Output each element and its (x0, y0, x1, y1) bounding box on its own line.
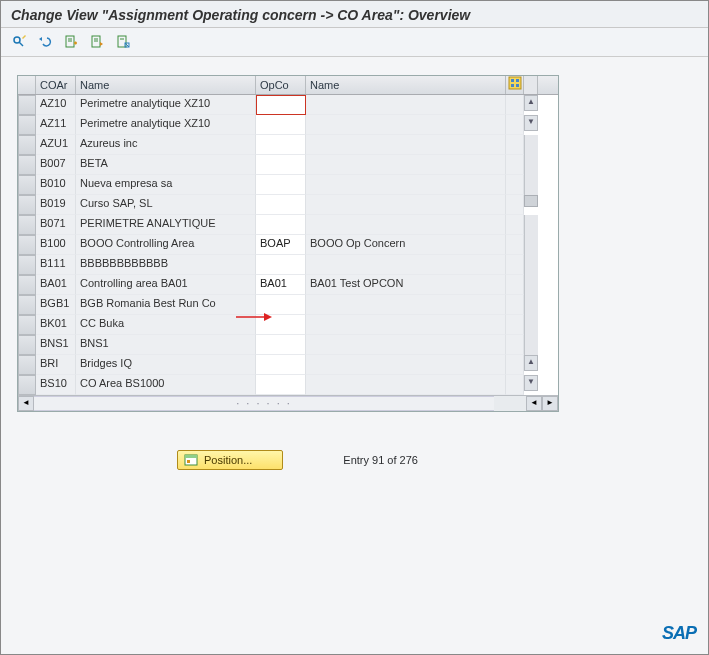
row-selector[interactable] (18, 315, 36, 335)
col-opco[interactable]: OpCo (256, 76, 306, 94)
table-header: COAr Name OpCo Name (18, 76, 558, 95)
toolbar (1, 28, 708, 57)
cell-spacer (506, 295, 524, 315)
cell-opname (306, 335, 506, 355)
cell-opname (306, 215, 506, 235)
scroll-step-up-icon[interactable]: ▲ (524, 355, 538, 371)
table-row: B111BBBBBBBBBBBB (18, 255, 558, 275)
table-settings-icon[interactable] (506, 76, 524, 94)
horizontal-scrollbar[interactable]: ◄ · · · · · · ◄ ► (18, 395, 558, 411)
new-entries-icon[interactable] (61, 32, 81, 52)
scrollbar-cell[interactable] (524, 155, 538, 175)
cell-opco[interactable] (256, 255, 306, 275)
cell-opco[interactable] (256, 175, 306, 195)
col-name[interactable]: Name (76, 76, 256, 94)
row-selector[interactable] (18, 215, 36, 235)
scrollbar-cell[interactable] (524, 175, 538, 195)
cell-opco[interactable] (256, 135, 306, 155)
row-selector[interactable] (18, 235, 36, 255)
cell-name: Azureus inc (76, 135, 256, 155)
scrollbar-cell[interactable] (524, 315, 538, 335)
cell-spacer (506, 255, 524, 275)
scroll-thumb[interactable] (524, 195, 538, 207)
cell-opname (306, 355, 506, 375)
table-row: B100BOOO Controlling AreaBOAPBOOO Op Con… (18, 235, 558, 255)
svg-line-1 (19, 42, 23, 46)
row-selector[interactable] (18, 335, 36, 355)
svg-rect-20 (187, 460, 190, 463)
cell-coar: AZU1 (36, 135, 76, 155)
cell-opco[interactable] (256, 195, 306, 215)
table-row: B010Nueva empresa sa (18, 175, 558, 195)
display-change-icon[interactable] (9, 32, 29, 52)
cell-spacer (506, 95, 524, 115)
row-selector[interactable] (18, 135, 36, 155)
cell-spacer (506, 135, 524, 155)
cell-opco[interactable] (256, 115, 306, 135)
row-selector[interactable] (18, 95, 36, 115)
cell-opco[interactable]: BA01 (256, 275, 306, 295)
cell-opco[interactable] (256, 335, 306, 355)
sap-logo: SAP (662, 623, 696, 644)
cell-opname (306, 195, 506, 215)
cell-spacer (506, 215, 524, 235)
footer: Position... Entry 91 of 276 (177, 450, 692, 470)
table-row: AZU1Azureus inc (18, 135, 558, 155)
col-opname[interactable]: Name (306, 76, 506, 94)
undo-icon[interactable] (35, 32, 55, 52)
row-selector[interactable] (18, 255, 36, 275)
row-selector[interactable] (18, 375, 36, 395)
table-row: B071PERIMETRE ANALYTIQUE (18, 215, 558, 235)
scroll-right-end-icon[interactable]: ► (542, 396, 558, 411)
delete-icon[interactable] (113, 32, 133, 52)
row-selector[interactable] (18, 195, 36, 215)
cell-coar: BGB1 (36, 295, 76, 315)
scrollbar-cell[interactable] (524, 255, 538, 275)
scrollbar-header (524, 76, 538, 94)
table-row: BGB1BGB Romania Best Run Co (18, 295, 558, 315)
cell-name: Nueva empresa sa (76, 175, 256, 195)
scroll-right-icon[interactable]: ◄ (526, 396, 542, 411)
cell-opco[interactable] (256, 295, 306, 315)
copy-icon[interactable] (87, 32, 107, 52)
scrollbar-cell[interactable] (524, 215, 538, 235)
scroll-left-icon[interactable]: ◄ (18, 396, 34, 411)
svg-rect-14 (516, 79, 519, 82)
cell-name: BOOO Controlling Area (76, 235, 256, 255)
scrollbar-cell[interactable] (524, 235, 538, 255)
cell-opname (306, 155, 506, 175)
cell-spacer (506, 375, 524, 395)
cell-opco[interactable] (256, 95, 306, 115)
row-selector[interactable] (18, 275, 36, 295)
scroll-down-icon[interactable]: ▼ (524, 375, 538, 391)
scroll-track[interactable]: · · · · · · (34, 396, 494, 411)
scroll-up-icon[interactable]: ▲ (524, 95, 538, 111)
cell-coar: BK01 (36, 315, 76, 335)
cell-opco[interactable] (256, 375, 306, 395)
cell-spacer (506, 155, 524, 175)
scrollbar-cell[interactable] (524, 275, 538, 295)
cell-opco[interactable] (256, 155, 306, 175)
cell-name: PERIMETRE ANALYTIQUE (76, 215, 256, 235)
col-coar[interactable]: COAr (36, 76, 76, 94)
cell-coar: B010 (36, 175, 76, 195)
cell-spacer (506, 275, 524, 295)
row-selector[interactable] (18, 115, 36, 135)
row-selector[interactable] (18, 155, 36, 175)
cell-coar: BNS1 (36, 335, 76, 355)
cell-opco[interactable] (256, 355, 306, 375)
position-button[interactable]: Position... (177, 450, 283, 470)
row-selector[interactable] (18, 355, 36, 375)
scroll-step-down-icon[interactable]: ▼ (524, 115, 538, 131)
scrollbar-cell[interactable] (524, 335, 538, 355)
cell-name: BBBBBBBBBBBB (76, 255, 256, 275)
row-selector[interactable] (18, 175, 36, 195)
row-selector[interactable] (18, 295, 36, 315)
select-all-header[interactable] (18, 76, 36, 94)
scrollbar-cell[interactable] (524, 135, 538, 155)
position-label: Position... (204, 454, 252, 466)
cell-opco[interactable]: BOAP (256, 235, 306, 255)
cell-opco[interactable] (256, 315, 306, 335)
scrollbar-cell[interactable] (524, 295, 538, 315)
cell-opco[interactable] (256, 215, 306, 235)
